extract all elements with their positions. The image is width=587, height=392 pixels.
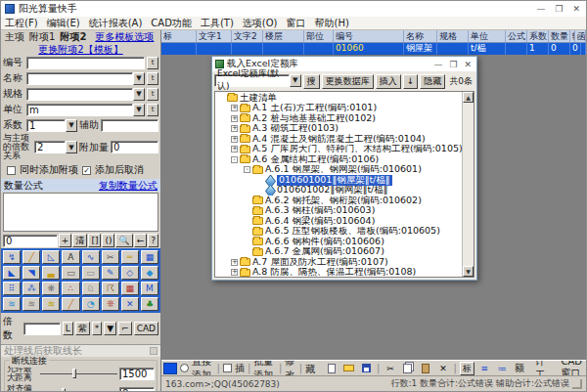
cad-tool-icon[interactable]: ◥ bbox=[23, 266, 40, 280]
window-switch-tab[interactable]: 定额库 bbox=[513, 360, 530, 375]
hide-toolbar-button[interactable]: 隐藏↑ bbox=[305, 360, 321, 375]
mark-button[interactable]: 标 bbox=[460, 362, 474, 375]
multiplier-tool-button[interactable]: 紫 bbox=[75, 322, 90, 335]
tree-item-label[interactable]: A.6.5 压型钢板楼板、墙板(编码:010605) bbox=[265, 227, 440, 238]
factor-combo[interactable]: 1 ▼ bbox=[26, 119, 77, 132]
tree-item[interactable]: 土建清单 bbox=[215, 93, 462, 104]
code-t-button[interactable]: t bbox=[147, 57, 158, 69]
search-button[interactable]: 搜 bbox=[303, 74, 320, 89]
cad-tool-icon[interactable]: ◆ bbox=[141, 266, 158, 280]
column-header[interactable]: 函数 bbox=[575, 30, 586, 42]
expand-toggle-icon[interactable]: + bbox=[231, 105, 238, 111]
chevron-down-icon[interactable]: ▼ bbox=[133, 104, 145, 116]
menu-item[interactable]: CAD功能 bbox=[151, 17, 192, 30]
dialog-minimize-button[interactable]: — bbox=[433, 60, 442, 69]
cad-tool-icon[interactable]: ♘ bbox=[82, 282, 100, 295]
scroll-down-icon[interactable]: ▼ bbox=[463, 266, 474, 277]
menu-item[interactable]: 编辑(E) bbox=[47, 17, 80, 30]
menu-item[interactable]: 帮助(H) bbox=[314, 17, 348, 30]
expand-toggle-icon[interactable]: + bbox=[231, 259, 238, 266]
column-header[interactable]: 规格 bbox=[437, 30, 469, 42]
name-combo[interactable]: ▼ bbox=[26, 72, 145, 85]
cad-tool-icon[interactable]: ⠿ bbox=[3, 282, 21, 295]
formula-button[interactable]: ← bbox=[134, 234, 148, 247]
formula-button[interactable]: 清 bbox=[72, 234, 87, 247]
formula-button[interactable]: + bbox=[59, 234, 72, 247]
tree-item-label[interactable]: 010601001‖钢屋架‖t/榀‖ bbox=[277, 175, 392, 186]
table-cell[interactable]: 01060 bbox=[334, 43, 404, 55]
slider-value-input[interactable]: 1500 bbox=[119, 368, 155, 380]
relation-combo-value[interactable]: 2 bbox=[34, 141, 66, 153]
window-switch-tab[interactable]: 统计工程 bbox=[533, 360, 556, 375]
multiplier-tool-button[interactable]: * bbox=[92, 322, 103, 335]
multiplier-tool-button[interactable]: ⌐ bbox=[118, 322, 132, 335]
close-button[interactable]: ✕ bbox=[572, 4, 580, 14]
tree-item[interactable]: -A.6 金属结构工程(编码:0106) bbox=[215, 154, 462, 165]
multiplier-tool-button[interactable]: ▼ bbox=[104, 322, 116, 335]
library-select-value[interactable]: Excel定额库(默认) bbox=[214, 74, 290, 87]
tree-item[interactable]: 010601002‖钢网架‖t/榀‖ bbox=[215, 186, 462, 196]
chevron-down-icon[interactable]: ▼ bbox=[66, 119, 77, 132]
column-header[interactable]: 系数 bbox=[527, 30, 549, 42]
cad-tool-icon[interactable]: ✂ bbox=[102, 250, 119, 264]
direct-add-radio[interactable] bbox=[180, 364, 189, 372]
tree-item-label[interactable]: 土建清单 bbox=[240, 93, 277, 104]
tree-item[interactable]: +A.4 混凝土及钢筋混凝土工程(编码:0104) bbox=[215, 134, 462, 145]
tree-item-label[interactable]: A.6.6 钢构件(编码:010606) bbox=[265, 237, 384, 247]
tree-item[interactable]: A.6.4 钢梁(编码:010604) bbox=[215, 216, 462, 227]
column-header[interactable]: 楼层 bbox=[263, 30, 304, 42]
slider[interactable] bbox=[40, 388, 117, 391]
change-database-button[interactable]: 更换数据库 bbox=[322, 74, 374, 89]
cad-tool-icon[interactable]: ▃ bbox=[42, 266, 60, 280]
tree-item-label[interactable]: A.7 屋面及防水工程(编码:0107) bbox=[252, 257, 388, 268]
spec-combo[interactable]: ▼ bbox=[26, 88, 145, 101]
cut-icon[interactable]: ✂ bbox=[383, 362, 397, 375]
copy-qty-formula-link[interactable]: 复制数量公式 bbox=[99, 179, 158, 193]
column-header[interactable]: 部位 bbox=[304, 30, 334, 42]
window-switch-tab[interactable]: CAD窗口 bbox=[559, 360, 584, 375]
slider-value-input[interactable]: 8 bbox=[119, 387, 155, 392]
cad-tool-icon[interactable]: ▭ bbox=[62, 266, 79, 280]
column-header[interactable]: 公式 bbox=[506, 30, 527, 42]
tree-item[interactable]: +A.1 土(石)方工程(编码:0101) bbox=[215, 104, 462, 114]
cad-tool-icon[interactable]: ∴ bbox=[62, 282, 79, 295]
table-cell[interactable] bbox=[437, 43, 469, 55]
cad-tool-icon[interactable]: ✎ bbox=[102, 266, 119, 280]
down-arrow-button[interactable]: ↓ bbox=[403, 74, 419, 89]
column-header[interactable]: 编号 bbox=[334, 30, 404, 42]
save-file-icon[interactable] bbox=[359, 362, 374, 375]
add-with-main-checkbox[interactable] bbox=[7, 166, 16, 175]
tree-item-label[interactable]: A.8 防腐、隔热、保温工程(编码:0108) bbox=[252, 268, 416, 278]
tree-item[interactable]: +A.2 桩与地基基础工程(0102) bbox=[215, 113, 462, 124]
table-cell[interactable] bbox=[263, 43, 304, 55]
expand-toggle-icon[interactable]: - bbox=[244, 166, 250, 173]
tree-item[interactable]: A.6.3 钢柱(编码:010603) bbox=[215, 206, 462, 217]
tree-item[interactable]: A.6.5 压型钢板楼板、墙板(编码:010605) bbox=[215, 227, 462, 238]
library-select[interactable]: Excel定额库(默认) ▼ bbox=[214, 74, 301, 89]
cad-tool-icon[interactable]: ❊ bbox=[102, 297, 119, 311]
insert-checkbox[interactable] bbox=[223, 364, 232, 372]
dialog-maximize-button[interactable]: ❐ bbox=[449, 60, 457, 69]
tree-item-label[interactable]: A.6.1 钢屋架、钢网架(编码:010601) bbox=[265, 165, 422, 176]
detail-view-icon[interactable]: ≔ bbox=[495, 362, 510, 375]
slider[interactable] bbox=[40, 369, 117, 378]
column-header[interactable]: 名称 bbox=[404, 30, 437, 42]
column-header[interactable]: 文字1 bbox=[197, 30, 232, 42]
tree-item[interactable]: A.6.6 钢构件(编码:010606) bbox=[215, 237, 462, 247]
cad-tool-icon[interactable]: ≋ bbox=[23, 297, 40, 311]
cad-tool-icon[interactable]: ◺ bbox=[42, 250, 60, 264]
more-templates-link[interactable]: 更多模板选项 bbox=[95, 30, 154, 44]
cad-tool-icon[interactable]: M bbox=[141, 282, 158, 295]
table-cell[interactable]: 1 bbox=[527, 43, 549, 55]
chevron-down-icon[interactable]: ▼ bbox=[133, 72, 145, 85]
table-cell[interactable]: t/榀 bbox=[469, 43, 506, 55]
unit-combo-value[interactable]: m bbox=[26, 104, 133, 116]
extra-input[interactable]: 0 bbox=[111, 141, 158, 153]
cad-tool-icon[interactable]: ◇ bbox=[121, 266, 139, 280]
cad-tool-icon[interactable]: ▦ bbox=[121, 282, 139, 295]
name-combo-value[interactable] bbox=[26, 72, 133, 85]
batch-add-button[interactable]: 批量添加 bbox=[253, 360, 276, 375]
tree-item-label[interactable]: A.1 土(石)方工程(编码:0101) bbox=[252, 104, 377, 114]
tree-item-label[interactable]: A.6.2 钢托架、钢桁架(编码:010602) bbox=[265, 196, 422, 206]
tree-item-label[interactable]: A.6.4 钢梁(编码:010604) bbox=[265, 216, 375, 227]
